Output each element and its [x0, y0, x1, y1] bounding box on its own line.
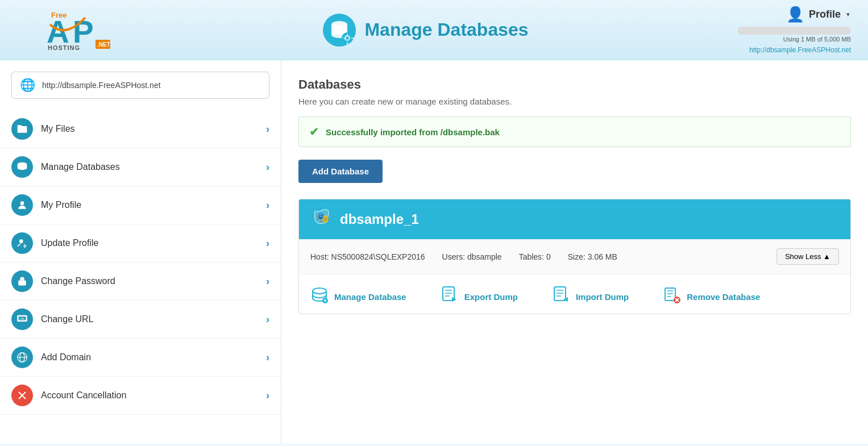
- account-cancellation-icon: [11, 385, 33, 406]
- remove-database-action[interactable]: Remove Database: [663, 286, 760, 308]
- databases-section-desc: Here you can create new or manage existi…: [298, 97, 851, 106]
- svg-rect-44: [665, 288, 675, 301]
- add-domain-chevron: ›: [266, 352, 269, 364]
- change-password-label: Change Password: [41, 276, 115, 286]
- manage-databases-icon: [11, 156, 33, 178]
- sidebar: 🌐 http://dbsample.FreeASPHost.net My Fil…: [0, 60, 281, 444]
- svg-rect-22: [18, 281, 26, 286]
- success-notification: ✔ Successfully imported from /dbsample.b…: [298, 116, 851, 147]
- import-dump-icon: [552, 286, 570, 308]
- nav-item-left: URL Change URL: [11, 309, 94, 330]
- manage-databases-label: Manage Databases: [41, 162, 120, 172]
- svg-rect-40: [554, 287, 566, 301]
- header-right: 👤 Profile ▼ Using 1 MB of 5,000 MB http:…: [737, 6, 851, 54]
- nav-item-left: Change Password: [11, 270, 115, 292]
- change-url-chevron: ›: [266, 314, 269, 326]
- svg-rect-15: [347, 34, 348, 36]
- database-meta-row: Host: NS5000824\SQLEXP2016 Users: dbsamp…: [299, 239, 850, 274]
- databases-section-title: Databases: [298, 77, 851, 92]
- nav-item-left: Add Domain: [11, 347, 91, 368]
- import-dump-action[interactable]: Import Dump: [552, 286, 629, 308]
- database-card-header: 🎭 dbsample_1: [299, 199, 850, 239]
- manage-database-icon: [310, 286, 329, 308]
- sidebar-item-change-url[interactable]: URL Change URL ›: [0, 301, 281, 339]
- remove-database-icon: [663, 286, 681, 308]
- svg-rect-17: [343, 37, 346, 39]
- sidebar-item-change-password[interactable]: Change Password ›: [0, 262, 281, 301]
- account-cancellation-label: Account Cancellation: [41, 390, 126, 401]
- sidebar-item-account-cancellation[interactable]: Account Cancellation ›: [0, 377, 281, 415]
- manage-databases-chevron: ›: [266, 161, 269, 173]
- import-dump-label: Import Dump: [576, 292, 629, 302]
- nav-item-left: Manage Databases: [11, 156, 120, 178]
- site-logo: Free A P HOSTING .NET: [17, 7, 114, 53]
- header-center: Manage Databases: [322, 13, 528, 47]
- change-password-icon: [11, 270, 33, 292]
- page-title: Manage Databases: [364, 19, 528, 40]
- sidebar-item-update-profile[interactable]: Update Profile ›: [0, 224, 281, 262]
- update-profile-label: Update Profile: [41, 238, 98, 248]
- db-size: Size: 3.06 MB: [568, 252, 617, 261]
- sidebar-item-my-files[interactable]: My Files ›: [0, 110, 281, 148]
- my-files-chevron: ›: [266, 123, 269, 135]
- db-tables: Tables: 0: [519, 252, 551, 261]
- svg-point-14: [346, 36, 349, 39]
- header: Free A P HOSTING .NET: [0, 0, 868, 60]
- database-card: 🎭 dbsample_1 Host: NS5000824\SQLEXP2016 …: [298, 199, 851, 314]
- success-check-icon: ✔: [309, 125, 319, 139]
- my-files-label: My Files: [41, 124, 75, 134]
- manage-database-action[interactable]: Manage Database: [310, 286, 406, 308]
- svg-rect-18: [351, 37, 354, 39]
- svg-point-21: [19, 239, 23, 243]
- change-url-icon: URL: [11, 309, 33, 330]
- svg-text:.NET: .NET: [97, 41, 110, 48]
- change-password-chevron: ›: [266, 276, 269, 287]
- layout: 🌐 http://dbsample.FreeASPHost.net My Fil…: [0, 60, 868, 444]
- sidebar-item-add-domain[interactable]: Add Domain ›: [0, 339, 281, 377]
- progress-bar-background: [737, 27, 851, 35]
- svg-text:HOSTING: HOSTING: [48, 44, 80, 51]
- database-actions: Manage Database Export Dump Import Dump: [299, 274, 850, 314]
- export-dump-action[interactable]: Export Dump: [441, 286, 518, 308]
- database-header-icon: 🎭: [310, 207, 332, 231]
- db-users: Users: dbsample: [442, 252, 502, 261]
- update-profile-icon: [11, 232, 33, 254]
- my-profile-icon: [11, 194, 33, 216]
- db-host: Host: NS5000824\SQLEXP2016: [310, 252, 425, 261]
- add-database-button[interactable]: Add Database: [298, 160, 383, 183]
- svg-text:URL: URL: [19, 318, 25, 320]
- site-url-link[interactable]: http://dbsample.FreeASPHost.net: [749, 46, 851, 54]
- add-domain-label: Add Domain: [41, 352, 91, 362]
- profile-button[interactable]: 👤 Profile ▼: [786, 6, 851, 23]
- update-profile-chevron: ›: [266, 237, 269, 249]
- nav-item-left: Update Profile: [11, 232, 98, 254]
- export-dump-label: Export Dump: [464, 292, 518, 302]
- manage-databases-icon: [322, 13, 356, 47]
- globe-icon: 🌐: [20, 78, 35, 93]
- nav-item-left: My Files: [11, 118, 75, 140]
- nav-item-left: My Profile: [11, 194, 81, 216]
- database-name: dbsample_1: [340, 211, 419, 227]
- export-dump-icon: [441, 286, 459, 308]
- add-domain-icon: [11, 347, 33, 368]
- person-icon: 👤: [786, 6, 804, 23]
- sidebar-url-box: 🌐 http://dbsample.FreeASPHost.net: [11, 72, 269, 99]
- my-profile-chevron: ›: [266, 199, 269, 211]
- sidebar-item-my-profile[interactable]: My Profile ›: [0, 186, 281, 224]
- profile-label: Profile: [809, 9, 841, 20]
- logo-area: Free A P HOSTING .NET: [17, 7, 114, 53]
- remove-database-label: Remove Database: [687, 292, 760, 302]
- sidebar-item-manage-databases[interactable]: Manage Databases ›: [0, 148, 281, 186]
- svg-rect-16: [347, 42, 348, 44]
- my-profile-label: My Profile: [41, 200, 81, 210]
- svg-point-20: [20, 201, 24, 205]
- svg-text:🎭: 🎭: [316, 211, 330, 224]
- success-message: Successfully imported from /dbsample.bak: [326, 127, 500, 137]
- show-less-button[interactable]: Show Less ▲: [776, 248, 839, 265]
- chevron-down-icon: ▼: [845, 11, 851, 18]
- change-url-label: Change URL: [41, 314, 94, 324]
- svg-point-32: [313, 288, 326, 294]
- my-files-icon: [11, 118, 33, 140]
- nav-item-left: Account Cancellation: [11, 385, 126, 406]
- storage-progress: Using 1 MB of 5,000 MB: [737, 27, 851, 43]
